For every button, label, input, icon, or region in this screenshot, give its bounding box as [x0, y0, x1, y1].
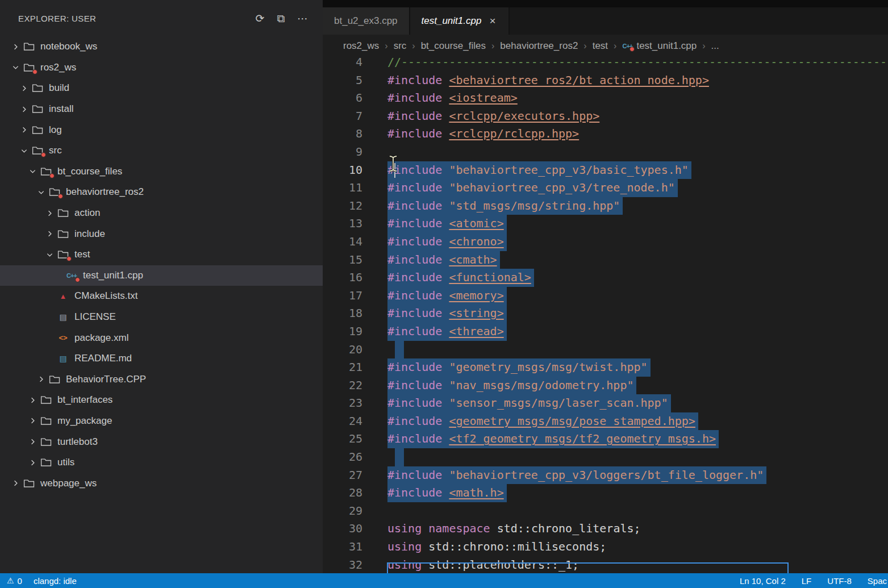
tree-item-bt_interfaces[interactable]: bt_interfaces [0, 390, 323, 411]
chevron-right-icon[interactable] [25, 458, 40, 467]
chevron-right-icon[interactable] [8, 479, 23, 488]
code-line-6[interactable]: 6#include <iostream> [323, 89, 888, 107]
status-encoding[interactable]: UTF-8 [827, 576, 852, 586]
status-indentation[interactable]: Spac [868, 576, 887, 586]
tab-bt_u2_ex3.cpp[interactable]: bt_u2_ex3.cpp [323, 7, 410, 35]
tree-item-include[interactable]: include [0, 223, 323, 244]
tree-item-action[interactable]: action [0, 203, 323, 224]
tree-item-README.md[interactable]: ▤README.md [0, 348, 323, 369]
tree-item-test[interactable]: test [0, 244, 323, 265]
code-line-25[interactable]: 25#include <tf2_geometry_msgs/tf2_geomet… [323, 430, 888, 448]
tree-item-notebook_ws[interactable]: notebook_ws [0, 36, 323, 57]
code-line-32[interactable]: 32using std::placeholders::_1; [323, 556, 888, 573]
chevron-right-icon[interactable] [25, 395, 40, 404]
chevron-down-icon[interactable] [16, 146, 31, 155]
tree-item-build[interactable]: build [0, 78, 323, 99]
titlebar-strip [323, 0, 888, 7]
code-line-31[interactable]: 31using std::chrono::milliseconds; [323, 538, 888, 556]
code-line-22[interactable]: 22#include "nav_msgs/msg/odometry.hpp" [323, 377, 888, 395]
chevron-right-icon[interactable] [25, 416, 40, 426]
code-text: #include "sensor_msgs/msg/laser_scan.hpp… [387, 394, 671, 412]
code-line-19[interactable]: 19#include <thread> [323, 323, 888, 341]
code-line-12[interactable]: 12#include "std_msgs/msg/string.hpp" [323, 197, 888, 215]
tree-item-bt_course_files[interactable]: bt_course_files [0, 161, 323, 182]
code-line-30[interactable]: 30using namespace std::chrono_literals; [323, 520, 888, 538]
breadcrumb-item-test[interactable]: test [593, 40, 608, 52]
chevron-down-icon[interactable] [25, 167, 40, 176]
breadcrumb-item-behaviortree_ros2[interactable]: behaviortree_ros2 [500, 40, 578, 52]
status-eol[interactable]: LF [802, 576, 812, 586]
vscode-window: EXPLORER: USER ⟳⧉⋯ notebook_wsros2_wsbui… [0, 0, 888, 588]
tree-item-my_package[interactable]: my_package [0, 411, 323, 432]
code-line-21[interactable]: 21#include "geometry_msgs/msg/twist.hpp" [323, 358, 888, 377]
chevron-down-icon[interactable] [8, 63, 23, 72]
status-cursor-position[interactable]: Ln 10, Col 2 [740, 576, 786, 586]
tree-item-utils[interactable]: utils [0, 452, 323, 473]
breadcrumb-item-test_unit1.cpp[interactable]: C++test_unit1.cpp [622, 40, 697, 52]
breadcrumb-item-bt_course_files[interactable]: bt_course_files [421, 40, 486, 52]
tree-item-ros2_ws[interactable]: ros2_ws [0, 57, 323, 78]
code-line-11[interactable]: 11#include "behaviortree_cpp_v3/tree_nod… [323, 179, 888, 197]
code-line-24[interactable]: 24#include <geometry_msgs/msg/pose_stamp… [323, 412, 888, 431]
code-line-16[interactable]: 16#include <functional> [323, 269, 888, 287]
tree-item-log[interactable]: log [0, 119, 323, 140]
code-line-9[interactable]: 9 [323, 143, 888, 161]
breadcrumb-item-...[interactable]: ... [711, 40, 719, 52]
tree-item-src[interactable]: src [0, 140, 323, 161]
line-number: 16 [323, 269, 362, 287]
code-line-18[interactable]: 18#include <string> [323, 305, 888, 323]
code-line-27[interactable]: 27#include "behaviortree_cpp_v3/loggers/… [323, 466, 888, 485]
tree-item-CMakeLists.txt[interactable]: ▲CMakeLists.txt [0, 286, 323, 307]
chevron-right-icon[interactable] [34, 375, 48, 384]
status-label: Ln 10, Col 2 [740, 576, 786, 586]
tree-item-test_unit1.cpp[interactable]: C++test_unit1.cpp [0, 265, 323, 286]
tree-item-package.xml[interactable]: <>package.xml [0, 327, 323, 348]
chevron-down-icon[interactable] [34, 187, 48, 197]
tree-item-LICENSE[interactable]: ▤LICENSE [0, 307, 323, 328]
breadcrumb-label: src [394, 40, 407, 52]
close-icon[interactable]: × [488, 15, 497, 27]
tree-item-webpage_ws[interactable]: webpage_ws [0, 473, 323, 494]
code-line-23[interactable]: 23#include "sensor_msgs/msg/laser_scan.h… [323, 394, 888, 412]
chevron-right-icon[interactable] [42, 208, 57, 218]
code-line-28[interactable]: 28#include <math.h> [323, 484, 888, 502]
code-line-29[interactable]: 29 [323, 502, 888, 520]
chevron-right-icon[interactable] [25, 437, 40, 447]
breadcrumb-item-ros2_ws[interactable]: ros2_ws [343, 40, 379, 52]
code-line-4[interactable]: 4//-------------------------------------… [323, 53, 888, 72]
breadcrumb-separator: › [385, 41, 387, 51]
breadcrumb-separator: › [412, 41, 415, 51]
modified-dot [66, 256, 72, 261]
breadcrumb-item-src[interactable]: src [394, 40, 407, 52]
tree-item-behaviortree_ros2[interactable]: behaviortree_ros2 [0, 182, 323, 203]
tree-item-turtlebot3[interactable]: turtlebot3 [0, 431, 323, 452]
cpp-file-icon: C++ [65, 270, 78, 281]
status-warnings[interactable]: ⚠0 [7, 576, 22, 586]
code-line-7[interactable]: 7#include <rclcpp/executors.hpp> [323, 107, 888, 126]
chevron-right-icon[interactable] [16, 105, 31, 114]
code-line-13[interactable]: 13#include <atomic> [323, 215, 888, 233]
status-bar-right: Ln 10, Col 2LFUTF-8Spac [740, 576, 888, 586]
more-actions-icon[interactable]: ⋯ [297, 13, 308, 24]
tree-item-BehaviorTree.CPP[interactable]: BehaviorTree.CPP [0, 369, 323, 390]
chevron-right-icon[interactable] [16, 84, 31, 93]
chevron-right-icon[interactable] [8, 42, 23, 51]
code-line-20[interactable]: 20 [323, 341, 888, 359]
code-editor[interactable]: 4//-------------------------------------… [323, 53, 888, 573]
status-label: Spac [868, 576, 887, 586]
status-clangd-status[interactable]: clangd: idle [34, 576, 77, 586]
code-line-14[interactable]: 14#include <chrono> [323, 233, 888, 251]
code-line-8[interactable]: 8#include <rclcpp/rclcpp.hpp> [323, 125, 888, 143]
code-line-26[interactable]: 26 [323, 448, 888, 466]
chevron-right-icon[interactable] [16, 126, 31, 135]
code-line-5[interactable]: 5#include <behaviortree_ros2/bt_action_n… [323, 72, 888, 90]
chevron-down-icon[interactable] [42, 250, 57, 259]
tree-item-install[interactable]: install [0, 99, 323, 120]
code-line-15[interactable]: 15#include <cmath> [323, 251, 888, 269]
chevron-right-icon[interactable] [42, 230, 57, 239]
refresh-icon[interactable]: ⟳ [256, 13, 265, 24]
code-line-10[interactable]: 10#include "behaviortree_cpp_v3/basic_ty… [323, 161, 888, 180]
split-editor-icon[interactable]: ⧉ [277, 13, 285, 24]
tab-test_unit1.cpp[interactable]: test_unit1.cpp× [410, 7, 510, 35]
code-line-17[interactable]: 17#include <memory> [323, 287, 888, 305]
